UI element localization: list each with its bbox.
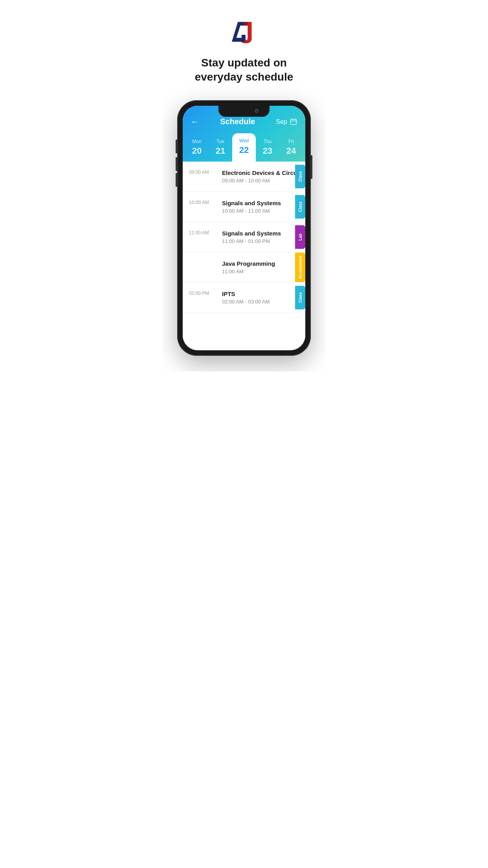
event-tag-4: Assessment — [295, 252, 305, 282]
event-block-5: IPTS 02:00 AM - 03:00 AM — [220, 289, 305, 306]
event-time-3: 11:00 AM - 01:00 PM — [222, 238, 305, 244]
event-block-3: Signals and Systems 11:00 AM - 01:00 PM — [220, 228, 305, 246]
event-time-4: 11:00 AM — [222, 268, 305, 274]
schedule-body: 09:00 AM Electronic Devices & Circuits 0… — [183, 162, 305, 350]
svg-rect-0 — [290, 119, 296, 124]
tab-mon[interactable]: Mon 20 — [185, 135, 209, 162]
event-block-1: Electronic Devices & Circuits 09:00 AM -… — [220, 168, 305, 185]
headline: Stay updated on everyday schedule — [163, 56, 325, 100]
event-row-2[interactable]: 10:00 AM Signals and Systems 10:00 AM - … — [183, 192, 305, 222]
screen-title: Schedule — [220, 117, 255, 126]
phone-screen: ← Schedule Sep Mon — [183, 106, 305, 350]
event-tag-3: Lab — [295, 225, 305, 249]
event-time-5: 02:00 AM - 03:00 AM — [222, 299, 305, 305]
event-row-5[interactable]: 02:00 PM IPTS 02:00 AM - 03:00 AM Class — [183, 283, 305, 313]
event-row-1[interactable]: 09:00 AM Electronic Devices & Circuits 0… — [183, 162, 305, 192]
event-row-4[interactable]: Java Programming 11:00 AM Assessment — [183, 252, 305, 283]
time-label-1: 09:00 AM — [189, 168, 220, 175]
time-label-4 — [189, 259, 220, 260]
event-name-2: Signals and Systems — [222, 200, 305, 206]
tab-tue[interactable]: Tue 21 — [209, 135, 232, 162]
month-calendar[interactable]: Sep — [276, 118, 297, 126]
event-time-1: 09:00 AM - 10:00 AM — [222, 178, 305, 184]
tab-wed[interactable]: Wed 22 — [232, 133, 256, 162]
front-camera — [255, 109, 259, 113]
event-name-3: Signals and Systems — [222, 230, 305, 237]
event-block-4: Java Programming 11:00 AM — [220, 259, 305, 276]
time-label-5: 02:00 PM — [189, 289, 220, 296]
event-name-1: Electronic Devices & Circuits — [222, 169, 305, 176]
back-button[interactable]: ← — [191, 117, 199, 127]
event-time-2: 10:00 AM - 11:00 AM — [222, 208, 305, 214]
phone-frame: ← Schedule Sep Mon — [177, 100, 311, 356]
tab-thu[interactable]: Thu 23 — [256, 135, 279, 162]
event-name-5: IPTS — [222, 291, 305, 297]
event-block-2: Signals and Systems 10:00 AM - 11:00 AM — [220, 198, 305, 215]
time-label-3: 11:00 AM — [189, 228, 220, 235]
tab-fri[interactable]: Fri 24 — [279, 135, 303, 162]
time-label-2: 10:00 AM — [189, 198, 220, 205]
event-tag-2: Class — [295, 195, 305, 219]
header-top: ← Schedule Sep — [183, 117, 305, 133]
event-name-4: Java Programming — [222, 260, 305, 267]
day-tabs: Mon 20 Tue 21 Wed 22 Thu 23 — [183, 133, 305, 162]
phone-notch — [218, 106, 270, 117]
phone-wrapper: ← Schedule Sep Mon — [163, 100, 325, 371]
event-tag-5: Class — [295, 286, 305, 309]
logo-area — [163, 0, 325, 56]
university-logo — [228, 19, 260, 46]
event-tag-1: Class — [295, 165, 305, 188]
event-row-3[interactable]: 11:00 AM Signals and Systems 11:00 AM - … — [183, 222, 305, 252]
calendar-icon — [290, 118, 297, 126]
month-label: Sep — [276, 118, 287, 125]
